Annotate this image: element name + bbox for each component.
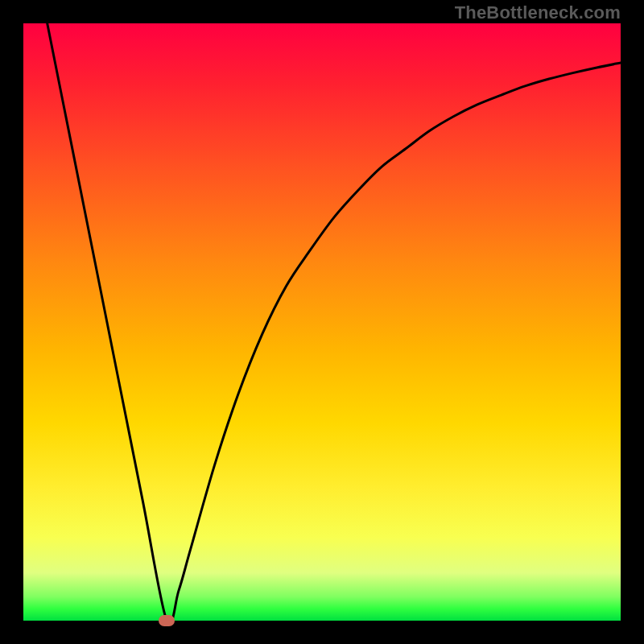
plot-gradient-background <box>23 23 621 621</box>
optimal-point-marker <box>159 615 175 626</box>
attribution-watermark: TheBottleneck.com <box>455 2 621 23</box>
chart-container: TheBottleneck.com <box>0 0 644 644</box>
